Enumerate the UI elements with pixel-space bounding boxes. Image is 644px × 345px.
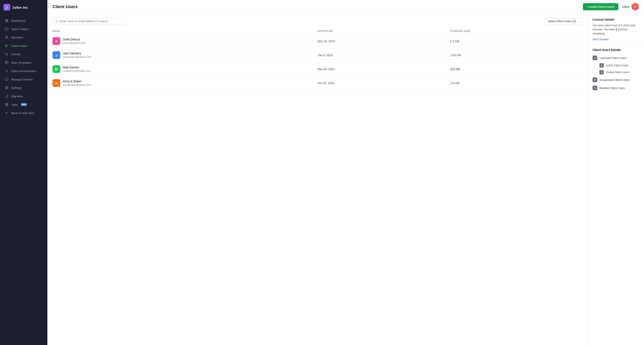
- detail-sub-item[interactable]: 2 Invited Client Users: [592, 69, 640, 76]
- detail-item[interactable]: 1 Deleted Client Users: [592, 84, 640, 92]
- sidebar-logo[interactable]: Z Zylker Inc.: [0, 0, 47, 15]
- sidebar-item-members[interactable]: Members: [1, 33, 46, 41]
- sidebar-item-activity[interactable]: Activity: [1, 50, 46, 58]
- svg-point-18: [7, 103, 8, 104]
- sidebar-item-label: Data Templates: [11, 61, 32, 64]
- content-area: Active Client Users (2) NAME INVITED ON …: [47, 13, 644, 345]
- add-licenses-link[interactable]: Add Licenses: [592, 38, 609, 41]
- user-name-label: Zylker: [622, 5, 630, 8]
- sidebar-item-label: Back to team files: [11, 111, 34, 115]
- invite-client-users-button[interactable]: + Invite Client Users: [583, 3, 618, 10]
- svg-rect-6: [6, 61, 8, 64]
- svg-point-21: [7, 104, 8, 105]
- search-box[interactable]: [52, 18, 126, 24]
- filter-dropdown[interactable]: Active Client Users (2): [545, 18, 583, 24]
- col-storage: STORAGE USED: [450, 28, 583, 34]
- user-info: Anna K Baker annakbaker@zylker.com: [63, 80, 91, 86]
- sidebar-item-settings[interactable]: Settings: [1, 84, 46, 92]
- svg-rect-3: [7, 21, 8, 22]
- sidebar-item-migration[interactable]: Migration: [1, 92, 46, 100]
- sidebar-item-data-administration[interactable]: Data Administration: [1, 67, 46, 75]
- topbar: Client Users + Invite Client Users Zylke…: [47, 0, 644, 13]
- invited-on-cell: Oct 21, 2023: [318, 76, 450, 90]
- search-icon: [55, 20, 58, 23]
- user-cell: A Anna K Baker annakbaker@zylker.com: [52, 79, 315, 87]
- arrow-left-icon: [5, 111, 8, 115]
- svg-point-22: [6, 105, 6, 106]
- svg-rect-2: [6, 21, 6, 22]
- sidebar-item-back-to-team-files[interactable]: Back to team files: [1, 109, 46, 117]
- detail-item[interactable]: 4 Licensed Client Users: [592, 54, 640, 62]
- toolbar: Active Client Users (2): [52, 18, 583, 24]
- license-description: You have used 4 out of 5 client user lic…: [592, 23, 640, 35]
- detail-badge: 4: [592, 55, 597, 60]
- activity-icon: [5, 52, 8, 56]
- detail-sub-item[interactable]: 2 Active Client Users: [592, 62, 640, 69]
- user-avatar: S: [52, 37, 60, 45]
- settings2-icon: [5, 69, 8, 73]
- storage-used-cell: 1.6 GB: [450, 76, 583, 90]
- table-row[interactable]: M Matt Damen mattdamen@zylker.com Mar 28…: [52, 62, 583, 76]
- sidebar-item-manage-devices[interactable]: Manage Devices: [1, 75, 46, 83]
- users-table: NAME INVITED ON STORAGE USED S Sofia Del…: [52, 28, 583, 90]
- svg-point-13: [6, 87, 7, 88]
- svg-point-9: [6, 70, 7, 71]
- user-avatar: J: [52, 51, 60, 59]
- users-icon: [5, 35, 8, 39]
- detail-label: Active Client Users: [606, 64, 629, 67]
- svg-point-5: [6, 44, 7, 46]
- svg-line-27: [57, 22, 58, 22]
- filter-label: Active Client Users (2): [548, 19, 576, 23]
- sidebar-item-label: Client Users: [11, 44, 27, 47]
- sidebar-item-apps[interactable]: Apps New: [1, 100, 46, 109]
- search-input[interactable]: [60, 19, 123, 23]
- user-check-icon: [5, 44, 8, 48]
- svg-point-26: [56, 20, 58, 22]
- sidebar-item-team-folders[interactable]: Team Folders: [1, 25, 46, 33]
- user-info: Sofia Deluca sofia.d@zylker.com: [63, 38, 85, 44]
- user-email: jacksanders@zylker.com: [63, 55, 92, 58]
- storage-used-cell: 1.3 GB: [450, 34, 583, 48]
- svg-point-23: [6, 105, 7, 106]
- main-content: Client Users + Invite Client Users Zylke…: [47, 0, 644, 345]
- sidebar-item-label: Dashboard: [11, 19, 26, 22]
- sidebar-item-label: Team Folders: [11, 27, 29, 31]
- user-info: Jack Sanders jacksanders@zylker.com: [63, 52, 92, 58]
- sidebar-item-label: Members: [11, 36, 23, 39]
- user-cell: M Matt Damen mattdamen@zylker.com: [52, 65, 315, 73]
- detail-items-container: 4 Licensed Client Users 2 Active Client …: [592, 54, 640, 92]
- table-row[interactable]: S Sofia Deluca sofia.d@zylker.com Nov 23…: [52, 34, 583, 48]
- svg-point-4: [6, 36, 7, 37]
- invited-on-cell: Nov 23, 2023: [318, 34, 450, 48]
- sidebar-nav: Dashboard Team Folders Members Client Us…: [0, 15, 47, 345]
- table-row[interactable]: J Jack Sanders jacksanders@zylker.com Ja…: [52, 48, 583, 62]
- sidebar: Z Zylker Inc. Dashboard Team Folders Mem…: [0, 0, 47, 345]
- topbar-user: Zylker Z: [622, 3, 639, 10]
- company-name: Zylker Inc.: [12, 5, 28, 9]
- detail-item[interactable]: 0 Suspended Client Users: [592, 76, 640, 84]
- sidebar-item-data-templates[interactable]: Data Templates: [1, 58, 46, 67]
- detail-label: Deleted Client Users: [600, 86, 625, 90]
- page-title: Client Users: [52, 4, 78, 9]
- sidebar-item-label: Settings: [11, 86, 22, 89]
- col-name: NAME: [52, 28, 318, 34]
- invited-on-cell: Mar 28, 2023: [318, 62, 450, 76]
- sidebar-item-label: Manage Devices: [11, 78, 33, 81]
- logo-icon: Z: [4, 4, 10, 11]
- chevron-down-icon: [577, 20, 580, 22]
- svg-point-17: [6, 103, 7, 104]
- license-section-title: License Details: [592, 18, 640, 21]
- folder-icon: [5, 27, 8, 31]
- sidebar-item-dashboard[interactable]: Dashboard: [1, 16, 46, 25]
- user-avatar: M: [52, 65, 60, 73]
- sidebar-item-client-users[interactable]: Client Users: [1, 42, 46, 50]
- user-email: annakbaker@zylker.com: [63, 83, 91, 86]
- grid2-icon: [5, 103, 8, 106]
- table-row[interactable]: A Anna K Baker annakbaker@zylker.com Oct…: [52, 76, 583, 90]
- svg-point-20: [6, 104, 7, 105]
- detail-label: Licensed Client Users: [600, 56, 626, 59]
- detail-label: Suspended Client Users: [600, 78, 630, 81]
- svg-rect-1: [7, 19, 8, 20]
- sidebar-item-label: Data Administration: [11, 69, 36, 73]
- sidebar-item-label: Activity: [11, 53, 20, 56]
